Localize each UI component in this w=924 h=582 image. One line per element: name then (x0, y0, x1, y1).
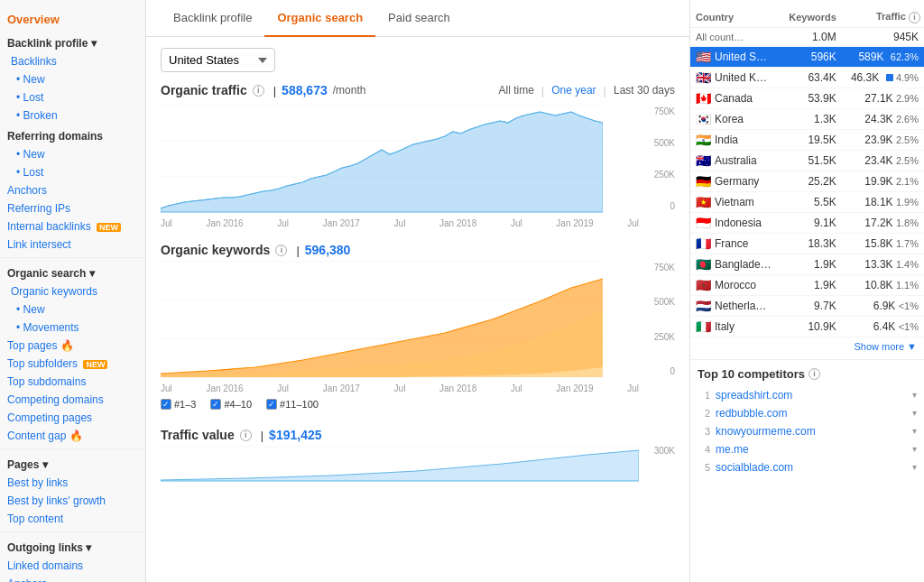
sidebar-link-top-subfolders[interactable]: Top subfolders NEW (0, 355, 145, 373)
country-name-us: 🇺🇸 United S… (690, 46, 781, 67)
tabs-bar: Backlink profile Organic search Paid sea… (146, 0, 689, 37)
sidebar-link-top-content[interactable]: Top content (0, 510, 145, 528)
country-row-nl[interactable]: 🇳🇱Netherla… 9.7K 6.9K <1% (690, 295, 924, 316)
organic-keywords-info-icon[interactable]: i (275, 245, 287, 256)
sidebar-link-anchors[interactable]: Anchors (0, 181, 145, 199)
checkbox-1-3[interactable]: #1–3 (161, 399, 196, 410)
sidebar-link-best-by-links[interactable]: Best by links (0, 474, 145, 492)
col-header-traffic: Traffic i (842, 7, 924, 27)
sidebar-link-new-rd[interactable]: New (0, 145, 145, 163)
traffic-value-title: Traffic value i | $191,425 (161, 428, 675, 442)
country-row-ca[interactable]: 🇨🇦Canada 53.9K 27.1K 2.9% (690, 88, 924, 108)
organic-traffic-chart: 750K 500K 250K 0 (161, 105, 675, 213)
organic-traffic-value: 588,673 (282, 83, 328, 97)
sidebar-link-movements[interactable]: Movements (0, 319, 145, 337)
checkbox-11-100[interactable]: #11–100 (266, 399, 319, 410)
competitor-row-5[interactable]: 5 socialblade.com ▾ (698, 458, 917, 476)
country-row-ma[interactable]: 🇲🇦Morocco 1.9K 10.8K 1.1% (690, 274, 924, 295)
checkbox-4-10[interactable]: #4–10 (210, 399, 252, 410)
organic-traffic-section: Organic traffic i | 588,673 /month All t… (146, 83, 689, 239)
tab-organic-search[interactable]: Organic search (264, 0, 375, 37)
organic-traffic-unit: /month (333, 84, 366, 97)
all-countries-name: All count… (690, 27, 781, 46)
country-row-kr[interactable]: 🇰🇷Korea 1.3K 24.3K 2.6% (690, 108, 924, 129)
competitor-row-3[interactable]: 3 knowyourmeme.com ▾ (698, 422, 917, 440)
country-selector-wrapper: United States All countries United Kingd… (146, 37, 689, 83)
sidebar-link-linked-domains[interactable]: Linked domains (0, 557, 145, 575)
sidebar-link-top-pages[interactable]: Top pages 🔥 (0, 337, 145, 355)
organic-keywords-title: Organic keywords i | 596,380 (161, 243, 675, 257)
country-table: Country Keywords Traffic i All count… 1.… (690, 7, 924, 337)
sidebar-link-link-intersect[interactable]: Link intersect (0, 236, 145, 254)
sidebar-link-internal-backlinks[interactable]: Internal backlinks NEW (0, 217, 145, 236)
time-filters: All time | One year | Last 30 days (498, 84, 675, 97)
sidebar-link-organic-keywords[interactable]: Organic keywords (0, 282, 145, 300)
time-filter-one-year[interactable]: One year (551, 84, 596, 97)
country-row-fr[interactable]: 🇫🇷France 18.3K 15.8K 1.7% (690, 233, 924, 254)
sidebar-link-best-by-links-growth[interactable]: Best by links' growth (0, 492, 145, 510)
sidebar-link-content-gap[interactable]: Content gap 🔥 (0, 427, 145, 445)
keywords-checkboxes: #1–3 #4–10 #11–100 (161, 399, 675, 410)
sidebar-overview[interactable]: Overview (0, 7, 145, 32)
country-row-de[interactable]: 🇩🇪Germany 25.2K 19.9K 2.1% (690, 171, 924, 191)
sidebar-organic-search[interactable]: Organic search ▾ (0, 262, 145, 282)
organic-traffic-info-icon[interactable]: i (253, 85, 264, 97)
competitors-section: Top 10 competitors i 1 spreadshirt.com ▾… (690, 359, 924, 484)
competitor-row-1[interactable]: 1 spreadshirt.com ▾ (698, 386, 917, 404)
country-row-bd[interactable]: 🇧🇩Banglade… 1.9K 13.3K 1.4% (690, 254, 924, 274)
organic-keywords-chart: 750K 500K 250K 0 (161, 261, 675, 378)
traffic-value-value: $191,425 (269, 428, 321, 442)
tab-backlink-profile[interactable]: Backlink profile (161, 0, 264, 37)
keywords-chart-x-labels: Jul Jan 2016 Jul Jan 2017 Jul Jan 2018 J… (161, 382, 639, 393)
tab-paid-search[interactable]: Paid search (375, 0, 463, 37)
sidebar-link-lost-rd[interactable]: Lost (0, 163, 145, 181)
time-filter-all[interactable]: All time (498, 84, 533, 97)
traffic-value-info-icon[interactable]: i (240, 430, 252, 441)
country-row-it[interactable]: 🇮🇹Italy 10.9K 6.4K <1% (690, 316, 924, 337)
country-row-vn[interactable]: 🇻🇳Vietnam 5.5K 18.1K 1.9% (690, 191, 924, 212)
time-filter-30-days[interactable]: Last 30 days (614, 84, 675, 97)
sidebar-outgoing-links[interactable]: Outgoing links ▾ (0, 536, 145, 557)
show-more-countries[interactable]: Show more ▼ (690, 337, 924, 356)
sidebar-backlink-profile[interactable]: Backlink profile ▾ (0, 32, 145, 52)
sidebar-link-outgoing-anchors[interactable]: Anchors (0, 575, 145, 582)
right-panel: Country Keywords Traffic i All count… 1.… (689, 0, 924, 582)
sidebar-link-referring-ips[interactable]: Referring IPs (0, 199, 145, 217)
competitor-row-4[interactable]: 4 me.me ▾ (698, 440, 917, 458)
competitor-row-2[interactable]: 2 redbubble.com ▾ (698, 404, 917, 422)
traffic-value-section: Traffic value i | $191,425 300K (146, 428, 689, 493)
country-select[interactable]: United States All countries United Kingd… (161, 48, 275, 72)
all-countries-traffic: 945K (842, 27, 924, 46)
sidebar-link-competing-pages[interactable]: Competing pages (0, 409, 145, 427)
traffic-col-info-icon[interactable]: i (909, 12, 920, 23)
country-row-uk[interactable]: 🇬🇧United K… 63.4K 46.3K 4.9% (690, 67, 924, 88)
organic-traffic-title: Organic traffic i | 588,673 /month (161, 83, 365, 97)
col-header-keywords: Keywords (781, 7, 842, 27)
sidebar-link-lost-backlinks[interactable]: Lost (0, 88, 145, 106)
traffic-chart-y-labels: 750K 500K 250K 0 (639, 105, 675, 213)
sidebar-link-new-backlinks[interactable]: New (0, 70, 145, 88)
all-countries-row[interactable]: All count… 1.0M 945K (690, 27, 924, 46)
country-row-au[interactable]: 🇦🇺Australia 51.5K 23.4K 2.5% (690, 150, 924, 171)
competitors-info-icon[interactable]: i (808, 368, 820, 380)
traffic-chart-x-labels: Jul Jan 2016 Jul Jan 2017 Jul Jan 2018 J… (161, 217, 639, 228)
us-traffic: 589K 62.3% (842, 46, 924, 67)
sidebar-link-backlinks[interactable]: Backlinks (0, 52, 145, 70)
competitors-title: Top 10 competitors i (698, 367, 917, 381)
country-name-uk: 🇬🇧United K… (690, 67, 781, 88)
sidebar: Overview Backlink profile ▾ Backlinks Ne… (0, 0, 146, 582)
us-keywords: 596K (781, 46, 842, 67)
sidebar-pages[interactable]: Pages ▾ (0, 453, 145, 474)
main-content: Backlink profile Organic search Paid sea… (146, 0, 689, 582)
organic-keywords-section: Organic keywords i | 596,380 (146, 243, 689, 420)
keywords-chart-y-labels: 750K 500K 250K 0 (639, 261, 675, 378)
sidebar-link-top-subdomains[interactable]: Top subdomains (0, 373, 145, 391)
country-row-id[interactable]: 🇮🇩Indonesia 9.1K 17.2K 1.8% (690, 212, 924, 233)
sidebar-link-new-ok[interactable]: New (0, 300, 145, 319)
sidebar-link-broken-backlinks[interactable]: Broken (0, 106, 145, 125)
sidebar-referring-domains[interactable]: Referring domains (0, 125, 145, 145)
country-row-us[interactable]: 🇺🇸 United S… 596K 589K 62.3% (690, 46, 924, 67)
all-countries-keywords: 1.0M (781, 27, 842, 46)
country-row-in[interactable]: 🇮🇳India 19.5K 23.9K 2.5% (690, 129, 924, 150)
sidebar-link-competing-domains[interactable]: Competing domains (0, 391, 145, 409)
